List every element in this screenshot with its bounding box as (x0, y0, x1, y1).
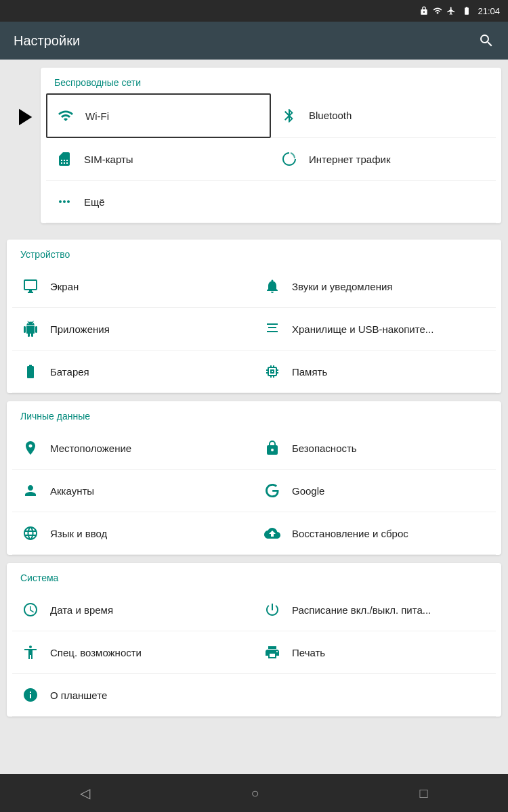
print-icon (262, 642, 282, 662)
settings-item-accounts[interactable]: Аккаунты (12, 470, 254, 512)
bottom-nav: ◁ ○ □ (0, 774, 508, 812)
google-label: Google (292, 485, 324, 497)
settings-item-internet[interactable]: Интернет трафик (271, 138, 496, 181)
sim-label: SIM-карты (84, 154, 133, 165)
settings-item-display[interactable]: Экран (12, 265, 254, 308)
settings-item-about[interactable]: О планшете (12, 674, 496, 717)
datetime-label: Дата и время (50, 604, 113, 616)
section-personal-header: Личные данные (7, 401, 501, 427)
settings-item-google[interactable]: Google (254, 470, 496, 512)
storage-label: Хранилище и USB-накопите... (292, 323, 433, 335)
section-personal: Личные данные Местоположение Безопасност… (7, 401, 501, 555)
lock-settings-icon (262, 438, 282, 458)
section-device: Устройство Экран Звуки и уведомления (7, 240, 501, 393)
section-system-header: Система (7, 563, 501, 589)
settings-item-security[interactable]: Безопасность (254, 427, 496, 470)
settings-item-bluetooth[interactable]: Bluetooth (271, 93, 496, 138)
data-usage-icon (279, 149, 299, 169)
account-icon (20, 480, 41, 501)
accessibility-label: Спец. возможности (50, 647, 142, 658)
battery-label: Батарея (50, 366, 89, 378)
language-icon (20, 523, 41, 543)
storage-icon (262, 319, 282, 339)
search-icon[interactable] (478, 32, 494, 49)
pointer-arrow (7, 103, 41, 131)
memory-label: Память (292, 366, 327, 378)
battery-icon (459, 6, 474, 16)
section-wireless-header: Беспроводные сети (41, 68, 501, 93)
settings-item-language[interactable]: Язык и ввод (12, 512, 254, 555)
battery-settings-icon (20, 361, 41, 382)
apps-label: Приложения (50, 323, 110, 335)
wifi-icon (56, 106, 76, 126)
lock-icon (419, 6, 429, 16)
section-wireless: Беспроводные сети Wi-Fi Bluetooth (41, 68, 501, 223)
info-icon (20, 685, 41, 705)
bluetooth-label: Bluetooth (309, 110, 352, 121)
more-icon (54, 191, 75, 212)
settings-item-sounds[interactable]: Звуки и уведомления (254, 265, 496, 308)
bluetooth-icon (279, 106, 299, 126)
settings-item-memory[interactable]: Память (254, 351, 496, 393)
back-button[interactable]: ◁ (60, 780, 110, 807)
settings-item-wifi[interactable]: Wi-Fi (46, 93, 271, 138)
location-icon (20, 438, 41, 458)
page-title: Настройки (14, 33, 80, 49)
language-label: Язык и ввод (50, 528, 107, 539)
android-icon (20, 319, 41, 339)
status-time: 21:04 (478, 6, 500, 16)
about-label: О планшете (50, 690, 107, 701)
location-label: Местоположение (50, 443, 131, 454)
settings-item-accessibility[interactable]: Спец. возможности (12, 631, 254, 674)
display-label: Экран (50, 281, 79, 292)
settings-item-location[interactable]: Местоположение (12, 427, 254, 470)
more-label: Ещё (84, 196, 105, 208)
arrow-right-icon (9, 103, 38, 131)
bell-icon (262, 276, 282, 296)
status-bar: 21:04 (0, 0, 508, 22)
settings-item-sim[interactable]: SIM-карты (46, 138, 271, 181)
settings-item-storage[interactable]: Хранилище и USB-накопите... (254, 308, 496, 351)
sim-icon (54, 149, 75, 169)
backup-icon (262, 523, 282, 543)
airplane-icon (446, 6, 456, 16)
main-content: Беспроводные сети Wi-Fi Bluetooth (0, 60, 508, 774)
settings-item-datetime[interactable]: Дата и время (12, 589, 254, 631)
settings-item-apps[interactable]: Приложения (12, 308, 254, 351)
status-icons: 21:04 (419, 6, 500, 16)
print-label: Печать (292, 647, 325, 658)
settings-item-more[interactable]: Ещё (46, 181, 496, 223)
memory-icon (262, 361, 282, 382)
settings-item-schedule[interactable]: Расписание вкл./выкл. пита... (254, 589, 496, 631)
accounts-label: Аккаунты (50, 485, 94, 497)
internet-label: Интернет трафик (309, 154, 390, 165)
wifi-label: Wi-Fi (85, 110, 109, 122)
clock-icon (20, 600, 41, 620)
settings-item-battery[interactable]: Батарея (12, 351, 254, 393)
backup-label: Восстановление и сброс (292, 528, 408, 539)
screen-icon (20, 276, 41, 296)
power-icon (262, 600, 282, 620)
section-system: Система Дата и время Расписание вкл./вык… (7, 563, 501, 717)
recent-button[interactable]: □ (399, 780, 448, 807)
settings-item-print[interactable]: Печать (254, 631, 496, 674)
google-icon (262, 480, 282, 501)
accessibility-icon (20, 642, 41, 662)
home-button[interactable]: ○ (230, 780, 279, 807)
section-device-header: Устройство (7, 240, 501, 265)
sounds-label: Звуки и уведомления (292, 281, 392, 292)
settings-item-backup[interactable]: Восстановление и сброс (254, 512, 496, 555)
schedule-label: Расписание вкл./выкл. пита... (292, 604, 431, 616)
top-bar: Настройки (0, 22, 508, 60)
security-label: Безопасность (292, 443, 357, 454)
signal-icon (432, 6, 443, 16)
